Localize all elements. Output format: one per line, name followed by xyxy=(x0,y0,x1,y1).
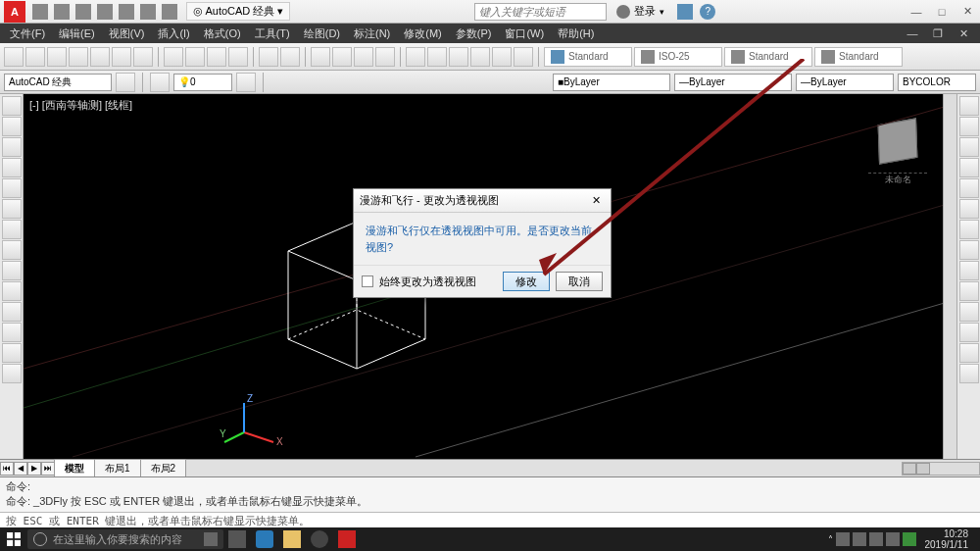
menu-param[interactable]: 参数(P) xyxy=(450,25,498,43)
menu-dim[interactable]: 标注(N) xyxy=(348,25,396,43)
tray-network-icon[interactable] xyxy=(869,532,883,546)
menu-help[interactable]: 帮助(H) xyxy=(552,25,600,43)
tb-markup-icon[interactable] xyxy=(492,47,512,67)
menu-draw[interactable]: 绘图(D) xyxy=(298,25,346,43)
tab-nav-next[interactable]: ▶ xyxy=(27,462,41,476)
more-icon[interactable] xyxy=(2,364,22,383)
tab-hscrollbar[interactable] xyxy=(902,462,980,476)
tb-ssm-icon[interactable] xyxy=(470,47,490,67)
qat-print-icon[interactable] xyxy=(140,4,156,20)
minimize-button[interactable]: — xyxy=(904,1,929,23)
tb-props-icon[interactable] xyxy=(406,47,425,67)
table-icon[interactable] xyxy=(2,323,22,342)
menu-file[interactable]: 文件(F) xyxy=(4,25,51,43)
autocad-task-icon[interactable] xyxy=(333,527,361,551)
menu-view[interactable]: 视图(V) xyxy=(103,25,151,43)
tb-undo-icon[interactable] xyxy=(259,47,278,67)
table-style-dropdown[interactable]: Standard xyxy=(724,47,812,67)
ws-settings-icon[interactable] xyxy=(116,73,135,92)
viewport-vscrollbar[interactable] xyxy=(943,94,956,459)
layer-prop-icon[interactable] xyxy=(150,73,170,92)
menu-edit[interactable]: 编辑(E) xyxy=(53,25,101,43)
move-icon[interactable] xyxy=(959,96,979,116)
qat-redo-icon[interactable] xyxy=(119,4,134,20)
extend-icon[interactable] xyxy=(959,240,979,260)
text-icon[interactable] xyxy=(2,240,22,260)
mleader-style-dropdown[interactable]: Standard xyxy=(814,47,903,67)
help-icon[interactable]: ? xyxy=(700,4,715,20)
layer-combo[interactable]: 💡 0 xyxy=(173,74,232,91)
dim-style-dropdown[interactable]: ISO-25 xyxy=(634,47,722,67)
plotstyle-combo[interactable]: BYCOLOR xyxy=(898,74,976,91)
tray-app-icon[interactable] xyxy=(853,532,866,546)
maximize-button[interactable]: □ xyxy=(929,1,955,23)
tray-volume-icon[interactable] xyxy=(886,532,900,546)
region-icon[interactable] xyxy=(2,302,22,322)
tab-nav-prev[interactable]: ◀ xyxy=(14,462,27,476)
text-style-dropdown[interactable]: Standard xyxy=(544,47,632,67)
tb-pan-icon[interactable] xyxy=(311,47,330,67)
tab-model[interactable]: 模型 xyxy=(54,459,95,478)
tb-zoomwin-icon[interactable] xyxy=(354,47,373,67)
qat-new-icon[interactable] xyxy=(32,4,48,20)
dialog-modify-button[interactable]: 修改 xyxy=(503,272,550,291)
tb-redo-icon[interactable] xyxy=(280,47,300,67)
workspace-combo[interactable]: AutoCAD 经典 xyxy=(4,74,112,91)
line-icon[interactable] xyxy=(2,96,22,116)
dialog-checkbox[interactable] xyxy=(362,276,373,287)
rotate-icon[interactable] xyxy=(959,137,979,157)
tab-nav-first[interactable]: ⏮ xyxy=(0,462,14,476)
workspace-dropdown[interactable]: ◎ AutoCAD 经典 ▾ xyxy=(186,2,290,21)
edge-icon[interactable] xyxy=(251,527,278,551)
ellipse-icon[interactable] xyxy=(2,199,22,219)
offset-icon[interactable] xyxy=(959,178,979,198)
dialog-cancel-button[interactable]: 取消 xyxy=(556,272,603,291)
tb-publish-icon[interactable] xyxy=(133,47,153,67)
tb-match-icon[interactable] xyxy=(228,47,248,67)
doc-restore[interactable]: ❐ xyxy=(925,27,951,40)
explorer-icon[interactable] xyxy=(278,527,306,551)
login-button[interactable]: 登录 ▾ xyxy=(616,4,664,19)
tb-plot-icon[interactable] xyxy=(90,47,110,67)
tb-save-icon[interactable] xyxy=(47,47,67,67)
help-search-input[interactable] xyxy=(474,3,607,21)
array-icon[interactable] xyxy=(959,199,979,219)
paint-icon[interactable] xyxy=(306,527,333,551)
stretch-icon[interactable] xyxy=(959,364,979,383)
tb-calc-icon[interactable] xyxy=(514,47,533,67)
mic-icon[interactable] xyxy=(204,532,218,546)
dialog-titlebar[interactable]: 漫游和飞行 - 更改为透视视图 ✕ xyxy=(354,189,611,213)
tb-open-icon[interactable] xyxy=(25,47,45,67)
start-button[interactable] xyxy=(0,527,27,551)
arc-icon[interactable] xyxy=(2,158,22,177)
hatch-icon[interactable] xyxy=(2,220,22,239)
autocad-logo[interactable]: A xyxy=(4,1,25,23)
tab-nav-last[interactable]: ⏭ xyxy=(41,462,55,476)
copy-icon[interactable] xyxy=(959,117,979,136)
lineweight-combo[interactable]: — ByLayer xyxy=(796,74,894,91)
tb-copy-icon[interactable] xyxy=(185,47,205,67)
point-icon[interactable] xyxy=(2,281,22,301)
tray-ime-icon[interactable] xyxy=(903,532,916,546)
tray-chevron-icon[interactable]: ˄ xyxy=(828,534,833,545)
explode-icon[interactable] xyxy=(959,302,979,322)
tab-layout2[interactable]: 布局2 xyxy=(140,459,187,478)
tab-layout1[interactable]: 布局1 xyxy=(94,459,141,478)
scale-icon[interactable] xyxy=(959,343,979,363)
menu-format[interactable]: 格式(O) xyxy=(198,25,247,43)
chamfer-icon[interactable] xyxy=(959,281,979,301)
menu-window[interactable]: 窗口(W) xyxy=(499,25,550,43)
ucs-icon[interactable]: X Y Z xyxy=(220,388,298,449)
taskbar-clock[interactable]: 10:28 2019/1/11 xyxy=(919,528,975,550)
tb-zoom-icon[interactable] xyxy=(332,47,352,67)
taskview-icon[interactable] xyxy=(223,527,251,551)
trim-icon[interactable] xyxy=(959,220,979,239)
qat-more-icon[interactable] xyxy=(162,4,177,20)
tb-tp-icon[interactable] xyxy=(449,47,468,67)
menu-tools[interactable]: 工具(T) xyxy=(249,25,296,43)
qat-save-icon[interactable] xyxy=(75,4,91,20)
menu-insert[interactable]: 插入(I) xyxy=(152,25,195,43)
tb-paste-icon[interactable] xyxy=(207,47,226,67)
tb-new-icon[interactable] xyxy=(4,47,24,67)
block-icon[interactable] xyxy=(2,261,22,280)
